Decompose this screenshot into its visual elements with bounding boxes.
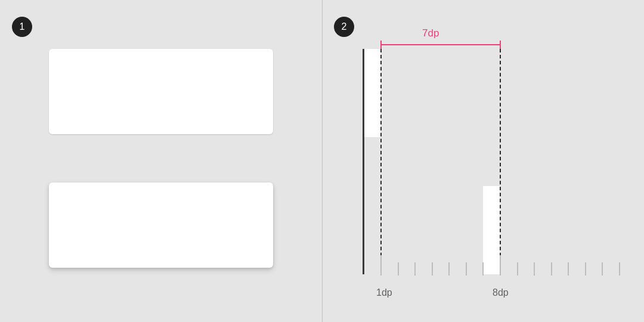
- ruler-tick: [380, 255, 382, 275]
- white-region-start: [364, 49, 381, 137]
- measurement-line: [380, 44, 500, 45]
- ruler-tick: [551, 262, 552, 275]
- dp-ruler: [363, 252, 631, 275]
- measurement-cap-right: [500, 41, 501, 49]
- axis-label-1dp: 1dp: [376, 287, 392, 298]
- measurement-label: 7dp: [422, 27, 439, 39]
- ruler-tick: [500, 255, 501, 275]
- ruler-tick: [398, 262, 399, 275]
- ruler-tick: [585, 262, 586, 275]
- ruler-tick: [414, 262, 416, 275]
- badge-2: 2: [334, 17, 354, 37]
- measurement-cap-left: [380, 41, 382, 49]
- dashed-guide-1dp: [380, 49, 382, 274]
- ruler-tick: [448, 262, 450, 275]
- ruler-tick: [482, 262, 484, 275]
- ruler-tick: [466, 262, 467, 275]
- panel-left: 1: [0, 0, 322, 322]
- ruler-tick: [568, 262, 569, 275]
- axis-label-8dp: 8dp: [493, 287, 509, 298]
- ruler-tick: [534, 262, 535, 275]
- panel-right: 2 7dp 1dp 8dp: [322, 0, 644, 322]
- ruler-tick: [602, 262, 603, 275]
- shadow-offset-diagram: 7dp 1dp 8dp: [363, 49, 631, 274]
- card-low-elevation: [49, 49, 273, 134]
- ruler-tick: [619, 262, 620, 275]
- ruler-tick: [517, 262, 518, 275]
- dashed-guide-8dp: [500, 49, 501, 274]
- ruler-tick: [432, 262, 433, 275]
- badge-1: 1: [12, 17, 32, 37]
- card-high-elevation: [49, 182, 273, 268]
